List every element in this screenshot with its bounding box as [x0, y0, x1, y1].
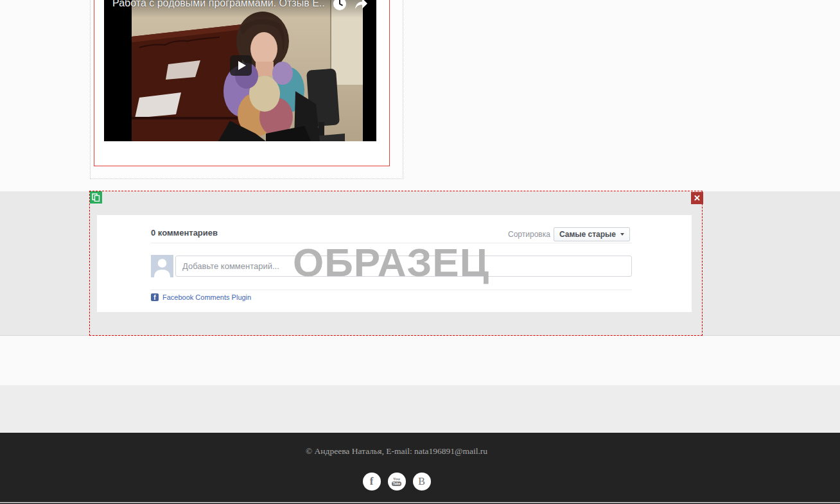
youtube-link[interactable]: You Tube: [388, 473, 406, 491]
sort-selected-value: Самые старые: [559, 230, 616, 239]
empty-section-light: [0, 335, 840, 385]
play-button[interactable]: [230, 55, 252, 76]
sort-control: Сортировка Самые старые: [508, 227, 630, 241]
youtube-icon: You Tube: [392, 477, 402, 486]
share-icon[interactable]: [353, 0, 369, 12]
social-links: f You Tube B: [0, 473, 793, 491]
copyright-text: © Андреева Наталья, E-mail: nata196891@m…: [0, 446, 793, 456]
youtube-video-embed[interactable]: Работа с родовыми программами. Отзыв Е..: [104, 0, 376, 141]
default-avatar: [151, 255, 173, 277]
divider: [151, 290, 632, 290]
footer: © Андреева Наталья, E-mail: nata196891@m…: [0, 433, 840, 502]
facebook-link[interactable]: f: [363, 473, 381, 491]
facebook-plugin-label: Facebook Comments Plugin: [162, 293, 251, 301]
facebook-icon: f: [151, 293, 159, 301]
divider: [151, 243, 632, 243]
copy-icon: [92, 193, 100, 202]
close-icon: ✕: [694, 194, 701, 202]
comments-count: 0 комментариев: [151, 228, 218, 238]
facebook-plugin-link[interactable]: f Facebook Comments Plugin: [151, 293, 251, 301]
chevron-down-icon: [620, 233, 624, 236]
play-icon: [238, 61, 246, 70]
sort-label: Сортировка: [508, 230, 550, 239]
video-title-overlay: Работа с родовыми программами. Отзыв Е..: [104, 0, 376, 18]
sort-dropdown[interactable]: Самые старые: [554, 227, 630, 241]
duplicate-block-button[interactable]: [90, 191, 102, 204]
comment-input[interactable]: [175, 256, 632, 277]
vk-link[interactable]: B: [413, 473, 431, 491]
vk-icon: B: [418, 476, 425, 487]
empty-section-gray: [0, 385, 840, 433]
video-title[interactable]: Работа с родовыми программами. Отзыв Е..: [112, 0, 324, 9]
page-content-top: Работа с родовыми программами. Отзыв Е..: [0, 0, 840, 191]
facebook-comments-card: 0 комментариев Сортировка Самые старые О…: [97, 215, 692, 312]
comments-editor-section: ✕ 0 комментариев Сортировка Самые старые…: [0, 191, 840, 335]
facebook-icon: f: [370, 475, 374, 488]
watch-later-icon[interactable]: [332, 0, 347, 12]
delete-block-button[interactable]: ✕: [691, 192, 703, 204]
footer-inner: © Андреева Наталья, E-mail: nata196891@m…: [0, 433, 793, 491]
